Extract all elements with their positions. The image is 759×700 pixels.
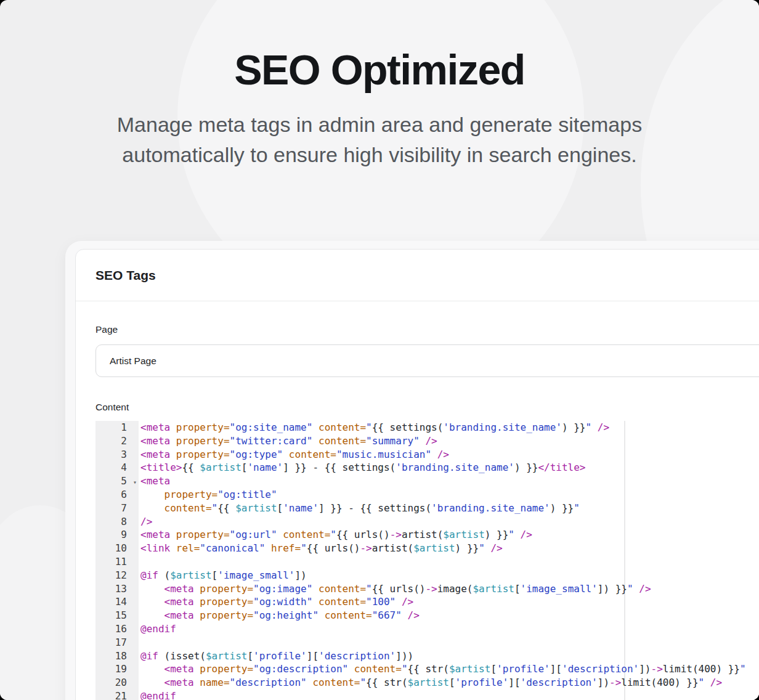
code-line-content: @endif [139,622,176,636]
line-number: 13 [95,582,139,596]
line-number: 2 [95,434,139,448]
code-line: 16@endif [95,622,759,636]
code-line-content [139,636,140,649]
fold-chevron-down-icon[interactable]: ▾ [133,476,137,489]
line-number: 5▾ [95,474,139,488]
code-line: 4<title>{{ $artist['name'] }} - {{ setti… [95,461,759,474]
code-line: 1<meta property="og:site_name" content="… [95,421,759,434]
page-subtitle: Manage meta tags in admin area and gener… [93,110,666,171]
line-number: 12 [95,569,139,582]
code-line: 7 content="{{ $artist['name'] }} - {{ se… [95,502,759,515]
code-line: 12@if ($artist['image_small']) [95,569,759,582]
code-line-content: <meta property="og:site_name" content="{… [139,421,609,434]
code-line-content: @if (isset($artist['profile']['descripti… [139,649,413,663]
code-line-content: content="{{ $artist['name'] }} - {{ sett… [139,502,580,515]
line-number: 14 [95,595,139,609]
code-line-content [139,555,140,569]
card-header: SEO Tags [76,250,759,301]
code-line-content: <meta property="og:height" content="667"… [139,609,420,622]
page-select[interactable]: Artist Page [95,344,759,377]
content-label: Content [95,402,759,413]
code-line-content: property="og:title" [139,488,277,502]
card-body: Page Artist Page Content 1<meta property… [76,324,759,700]
code-line-content: <meta property="og:type" content="music.… [139,448,449,462]
line-number: 19 [95,662,139,676]
line-number: 4 [95,461,139,474]
code-line: 17 [95,636,759,649]
page-label: Page [95,324,759,335]
line-number: 3 [95,448,139,462]
code-line: 15 <meta property="og:height" content="6… [95,609,759,622]
line-number: 20 [95,676,139,690]
line-number: 8 [95,515,139,529]
code-line-content: <meta property="twitter:card" content="s… [139,434,437,448]
code-editor[interactable]: 1<meta property="og:site_name" content="… [95,421,759,700]
code-line: 9<meta property="og:url" content="{{ url… [95,528,759,542]
code-line: 13 <meta property="og:image" content="{{… [95,582,759,596]
code-line-content: <meta property="og:image" content="{{ ur… [139,582,651,596]
code-line: 5▾<meta [95,474,759,488]
line-number: 16 [95,622,139,636]
code-line-content: <meta property="og:width" content="100" … [139,595,413,609]
code-line-content: <link rel="canonical" href="{{ urls()->a… [139,542,503,555]
line-number: 9 [95,528,139,542]
line-number: 1 [95,421,139,434]
code-line: 21@endif [95,690,759,700]
code-line-content: <meta property="og:description" content=… [139,662,746,676]
line-number: 7 [95,502,139,515]
page-title: SEO Optimized [0,46,759,94]
code-line: 2<meta property="twitter:card" content="… [95,434,759,448]
line-number: 17 [95,636,139,649]
screen: SEO Optimized Manage meta tags in admin … [0,0,759,700]
code-line: 8/> [95,515,759,529]
code-line-content: <meta name="description" content="{{ str… [139,676,722,690]
code-line: 11 [95,555,759,569]
code-line: 6 property="og:title" [95,488,759,502]
hero-section: SEO Optimized Manage meta tags in admin … [0,0,759,171]
code-lines: 1<meta property="og:site_name" content="… [95,421,759,700]
line-number: 10 [95,542,139,555]
seo-tags-card: SEO Tags Page Artist Page Content 1<meta… [75,249,759,700]
line-number: 21 [95,690,139,700]
line-number: 6 [95,488,139,502]
code-line-content: <meta [139,474,170,488]
code-line-content: @endif [139,690,176,700]
line-number: 18 [95,649,139,663]
code-line-content: @if ($artist['image_small']) [139,569,307,582]
line-number: 11 [95,555,139,569]
code-line: 19 <meta property="og:description" conte… [95,662,759,676]
line-number: 15 [95,609,139,622]
code-line-content: /> [139,515,152,529]
code-line: 10<link rel="canonical" href="{{ urls()-… [95,542,759,555]
code-line-content: <meta property="og:url" content="{{ urls… [139,528,532,542]
code-line: 20 <meta name="description" content="{{ … [95,676,759,690]
code-line: 18@if (isset($artist['profile']['descrip… [95,649,759,663]
code-line: 3<meta property="og:type" content="music… [95,448,759,462]
code-line-content: <title>{{ $artist['name'] }} - {{ settin… [139,461,586,474]
page-select-value: Artist Page [110,356,156,367]
code-line: 14 <meta property="og:width" content="10… [95,595,759,609]
card-title: SEO Tags [95,268,156,283]
